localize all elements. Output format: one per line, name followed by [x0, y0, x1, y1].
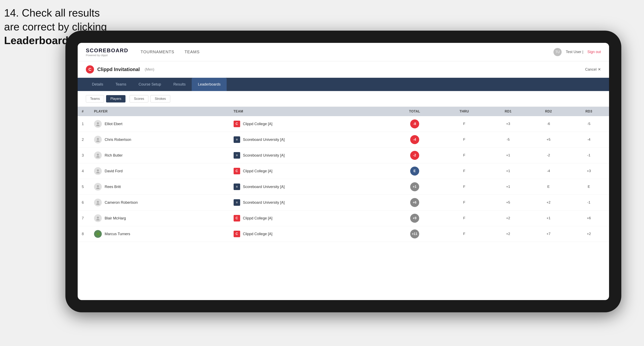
team-logo: ≡ [234, 199, 240, 206]
player-name: Cameron Robertson [105, 200, 138, 205]
cell-total: -2 [389, 148, 440, 163]
player-avatar [94, 136, 102, 144]
cell-player: Rees Britt [90, 179, 230, 195]
cell-thru: F [440, 163, 488, 179]
filter-row: Teams Players Scores Strokes [78, 91, 609, 107]
total-badge: +9 [410, 214, 419, 223]
tab-teams[interactable]: Teams [109, 78, 132, 91]
cancel-button[interactable]: Cancel ✕ [585, 67, 601, 72]
cell-rd3: -5 [568, 116, 609, 132]
cell-team: ≡ Scoreboard University [A] [230, 195, 389, 210]
team-logo: ≡ [234, 152, 240, 159]
sign-out-link[interactable]: Sign out [588, 50, 601, 54]
filter-scores[interactable]: Scores [130, 95, 148, 102]
svg-point-1 [97, 122, 99, 124]
svg-point-5 [97, 154, 99, 156]
close-icon: ✕ [598, 67, 601, 72]
sub-nav-tabs: Details Teams Course Setup Results Leade… [78, 78, 609, 91]
cell-team: C Clippd College [A] [230, 226, 389, 242]
tab-course-setup[interactable]: Course Setup [132, 78, 167, 91]
total-badge: -8 [410, 119, 419, 128]
cell-player: David Ford [90, 163, 230, 179]
player-name: David Ford [105, 169, 123, 173]
logo-area: SCOREBOARD Powered by clippd [86, 47, 128, 57]
total-badge: -2 [410, 151, 419, 160]
team-name: Clippd College [A] [243, 169, 272, 173]
svg-point-10 [96, 187, 100, 189]
logo-sub: Powered by clippd [86, 54, 128, 57]
cell-rank: 8 [78, 226, 90, 242]
tablet-screen: SCOREBOARD Powered by clippd TOURNAMENTS… [78, 43, 609, 300]
team-name: Scoreboard University [A] [243, 200, 285, 205]
svg-point-3 [97, 138, 99, 140]
col-rd2: RD2 [528, 107, 568, 116]
cell-player: 🌿 Marcus Turners [90, 226, 230, 242]
filter-players[interactable]: Players [106, 95, 126, 102]
cell-player: Rich Butler [90, 148, 230, 163]
table-row: 4 David Ford C Clippd College [A] EF+1-4… [78, 163, 609, 179]
player-name: Rees Britt [105, 185, 121, 189]
table-row: 1 Elliot Ebert C Clippd College [A] -8F+… [78, 116, 609, 132]
svg-point-11 [97, 201, 99, 203]
navbar: SCOREBOARD Powered by clippd TOURNAMENTS… [78, 43, 609, 61]
cell-thru: F [440, 179, 488, 195]
cell-rd3: -1 [568, 148, 609, 163]
cell-rd2: -2 [528, 148, 568, 163]
leaderboard-table: # PLAYER TEAM TOTAL THRU RD1 RD2 RD3 1 E… [78, 107, 609, 242]
cell-rd1: +2 [488, 210, 528, 226]
table-row: 3 Rich Butler ≡ Scoreboard University [A… [78, 148, 609, 163]
nav-teams[interactable]: TEAMS [184, 49, 200, 55]
cell-rd2: -6 [528, 116, 568, 132]
team-logo: C [234, 168, 240, 174]
cell-thru: F [440, 116, 488, 132]
team-logo: C [234, 231, 240, 237]
tab-details[interactable]: Details [86, 78, 109, 91]
col-team: TEAM [230, 107, 389, 116]
svg-point-2 [96, 125, 100, 126]
filter-strokes[interactable]: Strokes [150, 95, 170, 102]
col-rd1: RD1 [488, 107, 528, 116]
player-avatar: 🌿 [94, 230, 102, 238]
tournament-name: Clippd Invitational [97, 67, 140, 72]
svg-point-6 [96, 156, 100, 158]
tablet-device: SCOREBOARD Powered by clippd TOURNAMENTS… [66, 31, 621, 312]
leaderboard-tbody: 1 Elliot Ebert C Clippd College [A] -8F+… [78, 116, 609, 242]
tab-leaderboards[interactable]: Leaderboards [192, 78, 227, 91]
table-header-row: # PLAYER TEAM TOTAL THRU RD1 RD2 RD3 [78, 107, 609, 116]
cell-thru: F [440, 148, 488, 163]
team-name: Clippd College [A] [243, 232, 272, 236]
team-name: Scoreboard University [A] [243, 185, 285, 189]
total-badge: +11 [410, 229, 419, 238]
player-avatar [94, 199, 102, 206]
cell-total: -8 [389, 116, 440, 132]
player-avatar [94, 120, 102, 128]
svg-point-9 [97, 185, 99, 187]
cell-team: ≡ Scoreboard University [A] [230, 179, 389, 195]
table-row: 5 Rees Britt ≡ Scoreboard University [A]… [78, 179, 609, 195]
cell-team: C Clippd College [A] [230, 163, 389, 179]
user-name: Test User | [566, 50, 583, 54]
nav-tournaments[interactable]: TOURNAMENTS [140, 49, 174, 55]
player-name: Chris Robertson [105, 138, 131, 142]
tab-results[interactable]: Results [167, 78, 192, 91]
cell-rank: 5 [78, 179, 90, 195]
table-row: 7 Blair McHarg C Clippd College [A] +9F+… [78, 210, 609, 226]
cell-rd2: +2 [528, 195, 568, 210]
cell-thru: F [440, 195, 488, 210]
svg-point-4 [96, 141, 100, 142]
player-avatar [94, 167, 102, 175]
cell-rd1: -5 [488, 132, 528, 148]
col-total: TOTAL [389, 107, 440, 116]
cell-rd2: +7 [528, 226, 568, 242]
col-rank: # [78, 107, 90, 116]
team-logo: C [234, 215, 240, 221]
cell-rank: 3 [78, 148, 90, 163]
nav-links: TOURNAMENTS TEAMS [140, 49, 554, 55]
logo-text: SCOREBOARD [86, 47, 128, 54]
user-avatar: TU [554, 48, 562, 56]
cell-rank: 1 [78, 116, 90, 132]
cell-rd2: E [528, 179, 568, 195]
filter-teams[interactable]: Teams [86, 95, 104, 102]
tournament-header: C Clippd Invitational (Men) Cancel ✕ [78, 61, 609, 78]
player-name: Blair McHarg [105, 216, 126, 220]
